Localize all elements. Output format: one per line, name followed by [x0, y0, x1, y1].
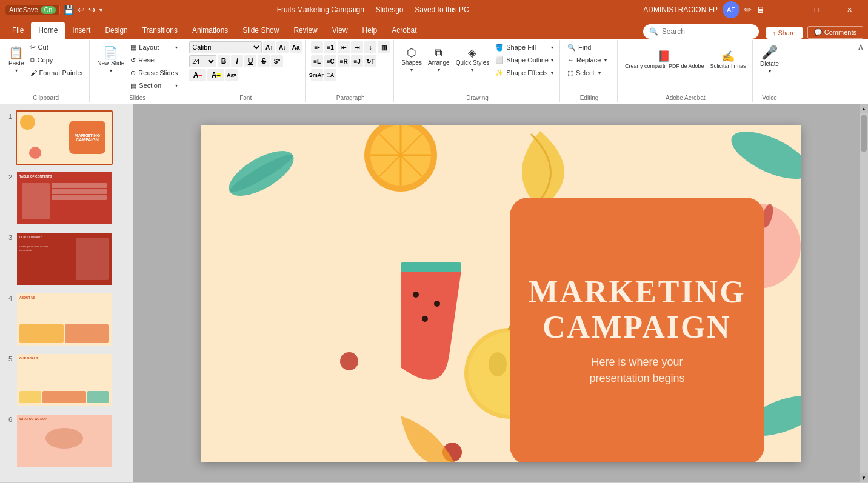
slide-img-2[interactable]: TABLE OF CONTENTS	[16, 171, 113, 226]
tab-help[interactable]: Help	[355, 22, 385, 39]
align-center-button[interactable]: ≡C	[324, 55, 336, 67]
align-right-button[interactable]: ≡R	[338, 55, 350, 67]
strikethrough-button[interactable]: S	[258, 55, 270, 67]
quick-styles-button[interactable]: ◈ Quick Styles ▾	[453, 41, 492, 79]
tab-file[interactable]: File	[5, 22, 31, 39]
layout-dropdown[interactable]: ▾	[175, 45, 178, 50]
slide-thumb-6[interactable]: 6 WHAT DO WE DO?	[2, 412, 130, 469]
text-highlight-button[interactable]: A▬	[207, 69, 224, 81]
smart-art-button[interactable]: SmArt	[311, 69, 323, 81]
tab-transitions[interactable]: Transitions	[135, 22, 185, 39]
autosave-toggle[interactable]: On	[41, 6, 56, 14]
shape-outline-button[interactable]: ⬜ Shape Outline ▾	[493, 54, 556, 66]
decrease-indent-button[interactable]: ⇤	[338, 41, 350, 53]
close-button[interactable]: ✕	[835, 0, 863, 19]
paste-button[interactable]: 📋 Paste ▾	[6, 41, 27, 79]
columns-button[interactable]: ▥	[378, 41, 390, 53]
request-sig-button[interactable]: ✍ Solicitar firmas	[708, 41, 749, 79]
avatar[interactable]: AF	[723, 1, 739, 18]
tab-home[interactable]: Home	[31, 22, 65, 39]
new-slide-button[interactable]: 📄 New Slide ▾	[95, 41, 127, 79]
select-dropdown[interactable]: ▾	[598, 70, 601, 76]
increase-font-button[interactable]: A↑	[263, 41, 275, 53]
save-icon[interactable]: 💾	[64, 5, 74, 15]
shape-effects-dropdown[interactable]: ▾	[551, 70, 553, 76]
underline-button[interactable]: U	[244, 55, 256, 67]
tab-design[interactable]: Design	[98, 22, 135, 39]
scroll-down-button[interactable]: ▼	[860, 473, 868, 482]
slide-img-5[interactable]: OUR GOALS	[16, 353, 113, 407]
dictate-button[interactable]: 🎤 Dictate ▾	[758, 41, 782, 79]
quick-styles-dropdown[interactable]: ▾	[471, 67, 473, 73]
replace-button[interactable]: ↔ Replace ▾	[565, 54, 613, 66]
format-painter-button[interactable]: 🖌 Format Painter	[28, 67, 86, 79]
redo-icon[interactable]: ↪	[88, 5, 96, 15]
justify-button[interactable]: ≡J	[351, 55, 363, 67]
autosave-badge[interactable]: AutoSave On	[5, 5, 60, 15]
tab-review[interactable]: Review	[286, 22, 324, 39]
section-dropdown[interactable]: ▾	[175, 83, 178, 89]
search-box[interactable]: 🔍	[643, 24, 759, 39]
replace-dropdown[interactable]: ▾	[604, 58, 607, 63]
new-slide-dropdown[interactable]: ▾	[110, 68, 112, 73]
undo-icon[interactable]: ↩	[78, 5, 85, 15]
slide-thumb-4[interactable]: 4 ABOUT US	[2, 291, 130, 348]
share-button[interactable]: ↑ Share	[766, 27, 803, 39]
shape-fill-dropdown[interactable]: ▾	[551, 45, 553, 50]
decrease-font-button[interactable]: A↓	[276, 41, 289, 53]
reuse-slides-button[interactable]: ⊕ Reuse Slides	[128, 67, 180, 79]
text-box-button[interactable]: □A	[324, 69, 336, 81]
font-color-button[interactable]: A▬	[189, 69, 206, 81]
comments-button[interactable]: 💬 Comments	[807, 26, 863, 39]
scroll-thumb[interactable]	[861, 115, 867, 152]
select-button[interactable]: ⬚ Select ▾	[565, 67, 613, 79]
tab-slideshow[interactable]: Slide Show	[235, 22, 286, 39]
shapes-dropdown[interactable]: ▾	[410, 67, 413, 73]
reset-button[interactable]: ↺ Reset	[128, 54, 180, 66]
monitor-icon[interactable]: 🖥	[756, 5, 765, 15]
ribbon-collapse-button[interactable]: ∧	[857, 41, 864, 53]
copy-button[interactable]: ⧉ Copy	[28, 54, 86, 66]
shadow-button[interactable]: S°	[271, 55, 283, 67]
shape-outline-dropdown[interactable]: ▾	[551, 58, 553, 63]
align-left-button[interactable]: ≡L	[311, 55, 323, 67]
change-case-button[interactable]: Aa▾	[225, 69, 238, 81]
tab-animations[interactable]: Animations	[185, 22, 235, 39]
tab-insert[interactable]: Insert	[65, 22, 98, 39]
slide-thumb-5[interactable]: 5 OUR GOALS	[2, 352, 130, 409]
slide-img-6[interactable]: WHAT DO WE DO?	[16, 413, 113, 468]
font-size-select[interactable]: 24	[189, 55, 216, 67]
slide-img-4[interactable]: ABOUT US	[16, 292, 113, 347]
scroll-up-button[interactable]: ▲	[860, 104, 868, 113]
search-input[interactable]	[662, 27, 753, 36]
create-pdf-button[interactable]: 📕 Crear y compartir PDF de Adobe	[623, 41, 707, 79]
notes-area[interactable]: Click to add notes	[0, 482, 868, 488]
minimize-button[interactable]: ─	[770, 0, 798, 19]
line-spacing-button[interactable]: ↕	[364, 41, 376, 53]
text-direction-button[interactable]: ↻T	[364, 55, 376, 67]
shapes-button[interactable]: ⬡ Shapes ▾	[399, 41, 424, 79]
slide-thumb-3[interactable]: 3 OUR COMPANY Lorem ipsum dolor sit amet…	[2, 230, 130, 287]
maximize-button[interactable]: □	[803, 0, 830, 19]
slide-thumb-2[interactable]: 2 TABLE OF CONTENTS	[2, 170, 130, 227]
italic-button[interactable]: I	[231, 55, 243, 67]
slide-title-box[interactable]: MARKETING CAMPAIGN Here is where yourpre…	[510, 198, 764, 462]
dictate-dropdown[interactable]: ▾	[769, 69, 771, 74]
shape-fill-button[interactable]: 🪣 Shape Fill ▾	[493, 41, 556, 53]
slide-thumb-1[interactable]: 1 MARKETINGCAMPAIGN	[2, 109, 130, 166]
arrange-button[interactable]: ⧉ Arrange ▾	[426, 41, 452, 79]
bullets-button[interactable]: ≡•	[311, 41, 323, 53]
pen-icon[interactable]: ✏	[744, 5, 752, 15]
section-button[interactable]: ▤ Section ▾	[128, 79, 180, 92]
clear-format-button[interactable]: Aa	[290, 41, 302, 53]
slide-canvas[interactable]: MARKETING CAMPAIGN Here is where yourpre…	[201, 125, 801, 462]
slide-img-1[interactable]: MARKETINGCAMPAIGN	[16, 110, 113, 165]
tab-view[interactable]: View	[325, 22, 355, 39]
font-family-select[interactable]: Calibri	[189, 41, 262, 53]
numbering-button[interactable]: ≡1	[324, 41, 336, 53]
cut-button[interactable]: ✂ Cut	[28, 41, 86, 53]
arrange-dropdown[interactable]: ▾	[438, 67, 440, 73]
find-button[interactable]: 🔍 Find	[565, 41, 613, 53]
shape-effects-button[interactable]: ✨ Shape Effects ▾	[493, 67, 556, 79]
increase-indent-button[interactable]: ⇥	[351, 41, 363, 53]
